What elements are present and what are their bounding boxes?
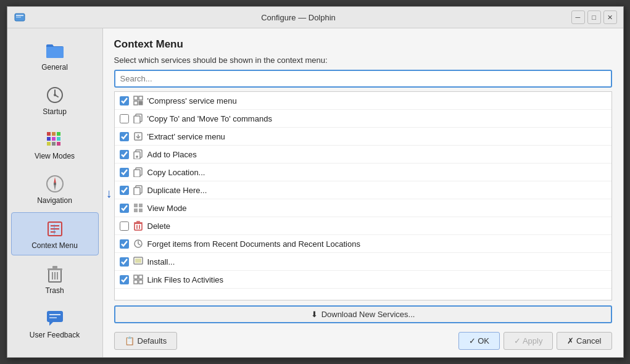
defaults-button[interactable]: 📋 Defaults — [114, 332, 178, 350]
configure-dialog: Configure — Dolphin ─ □ ✕ General — [7, 6, 624, 358]
list-item[interactable]: 'Copy To' and 'Move To' commands — [115, 110, 611, 128]
service-label-extract: 'Extract' service menu — [147, 132, 225, 141]
maximize-button[interactable]: □ — [587, 10, 601, 24]
svg-rect-15 — [57, 142, 60, 146]
minimize-button[interactable]: ─ — [571, 10, 585, 24]
service-checkbox-duplicate[interactable] — [120, 186, 129, 195]
window-controls: ─ □ ✕ — [571, 10, 617, 24]
list-item[interactable]: 'Extract' service menu — [115, 128, 611, 146]
apply-button[interactable]: ✓ Apply — [504, 332, 553, 350]
app-icon — [14, 11, 26, 23]
service-checkbox-install[interactable] — [120, 257, 129, 267]
svg-rect-53 — [134, 209, 138, 212]
svg-marker-32 — [49, 322, 53, 326]
svg-rect-13 — [47, 142, 51, 146]
search-input[interactable] — [114, 70, 612, 88]
sidebar-item-trash[interactable]: Trash — [11, 258, 99, 300]
sidebar-item-general[interactable]: General — [11, 35, 99, 77]
service-checkbox-link-activities[interactable] — [120, 275, 129, 284]
service-label-view-mode: View Mode — [147, 204, 187, 213]
trash-icon — [44, 263, 66, 285]
svg-rect-26 — [48, 268, 62, 270]
context-menu-icon — [44, 218, 66, 240]
list-item[interactable]: Forget items from Recent Documents and R… — [115, 235, 611, 253]
copy-move-icon — [133, 113, 144, 124]
delete-icon — [133, 220, 144, 231]
list-item[interactable]: View Mode — [115, 199, 611, 217]
folder-icon — [44, 39, 66, 62]
sidebar-item-view-modes[interactable]: View Modes — [11, 123, 99, 165]
svg-rect-12 — [57, 137, 60, 141]
svg-rect-34 — [49, 317, 57, 318]
service-checkbox-copy-move[interactable] — [120, 114, 129, 123]
service-checkbox-add-places[interactable] — [120, 150, 129, 159]
main-content: Context Menu Select which services shoul… — [103, 28, 623, 357]
svg-rect-54 — [139, 209, 143, 212]
sidebar-label-startup: Startup — [43, 107, 67, 116]
page-description: Select which services should be shown in… — [114, 56, 612, 65]
ok-button[interactable]: ✓ OK — [458, 332, 500, 350]
svg-rect-50 — [134, 188, 140, 195]
svg-rect-66 — [139, 280, 143, 284]
compress-icon — [133, 95, 144, 106]
service-checkbox-copy-location[interactable] — [120, 168, 129, 177]
defaults-label: Defaults — [138, 336, 167, 345]
svg-rect-2 — [16, 17, 21, 18]
svg-rect-57 — [136, 221, 140, 223]
sidebar-label-user-feedback: User Feedback — [30, 331, 80, 339]
service-checkbox-extract[interactable] — [120, 132, 129, 141]
title-bar: Configure — Dolphin ─ □ ✕ — [7, 7, 623, 28]
extract-icon — [133, 131, 144, 142]
svg-rect-40 — [134, 116, 140, 123]
list-item[interactable]: Delete — [115, 217, 611, 235]
list-item[interactable]: Copy Location... — [115, 163, 611, 181]
svg-rect-48 — [134, 170, 140, 177]
sidebar-label-view-modes: View Modes — [35, 152, 75, 160]
service-label-forget-recent: Forget items from Recent Documents and R… — [147, 239, 360, 249]
sidebar-item-context-menu[interactable]: Context Menu — [11, 212, 99, 255]
svg-rect-11 — [52, 137, 56, 141]
service-checkbox-forget-recent[interactable] — [120, 239, 129, 249]
svg-rect-14 — [52, 142, 56, 146]
dialog-title: Configure — Dolphin — [31, 13, 566, 22]
download-label: Download New Services... — [321, 310, 415, 319]
forget-recent-icon — [133, 238, 144, 249]
list-item[interactable]: 'Compress' service menu — [115, 92, 611, 110]
install-icon — [133, 256, 144, 267]
list-item[interactable]: Install... — [115, 253, 611, 271]
service-label-add-places: Add to Places — [147, 150, 197, 159]
cancel-button[interactable]: ✗ Cancel — [557, 332, 611, 350]
close-button[interactable]: ✕ — [603, 10, 617, 24]
sidebar-item-navigation[interactable]: Navigation ↓ — [11, 168, 99, 210]
service-label-copy-move: 'Copy To' and 'Move To' commands — [147, 114, 272, 123]
service-label-link-activities: Link Files to Activities — [147, 275, 224, 284]
download-new-services-button[interactable]: ⬇ Download New Services... — [114, 305, 612, 323]
service-checkbox-compress[interactable] — [120, 96, 129, 105]
sidebar-item-startup[interactable]: Startup — [11, 79, 99, 121]
dialog-body: General Startup — [7, 28, 623, 357]
svg-rect-52 — [139, 204, 143, 207]
service-label-copy-location: Copy Location... — [147, 168, 205, 177]
services-list: 'Compress' service menu 'Copy To' and 'M… — [114, 91, 612, 300]
service-checkbox-delete[interactable] — [120, 221, 129, 231]
ok-label: ✓ OK — [469, 336, 489, 345]
svg-rect-62 — [135, 259, 141, 263]
svg-rect-8 — [52, 132, 56, 136]
clock-icon — [44, 84, 66, 106]
copy-location-icon — [133, 167, 144, 178]
svg-rect-38 — [139, 101, 143, 105]
list-item[interactable]: Duplicate Here... — [115, 181, 611, 199]
list-item[interactable]: Link Files to Activities — [115, 271, 611, 289]
sidebar: General Startup — [7, 28, 103, 357]
sidebar-item-user-feedback[interactable]: User Feedback — [11, 302, 99, 344]
compass-icon — [44, 173, 66, 195]
service-checkbox-view-mode[interactable] — [120, 204, 129, 213]
svg-rect-10 — [47, 137, 51, 141]
service-label-install: Install... — [147, 257, 175, 267]
list-item[interactable]: Add to Places — [115, 146, 611, 163]
svg-rect-35 — [134, 96, 138, 100]
svg-rect-7 — [47, 132, 51, 136]
add-places-icon — [133, 149, 144, 160]
svg-rect-55 — [135, 223, 142, 230]
svg-rect-33 — [49, 314, 60, 315]
